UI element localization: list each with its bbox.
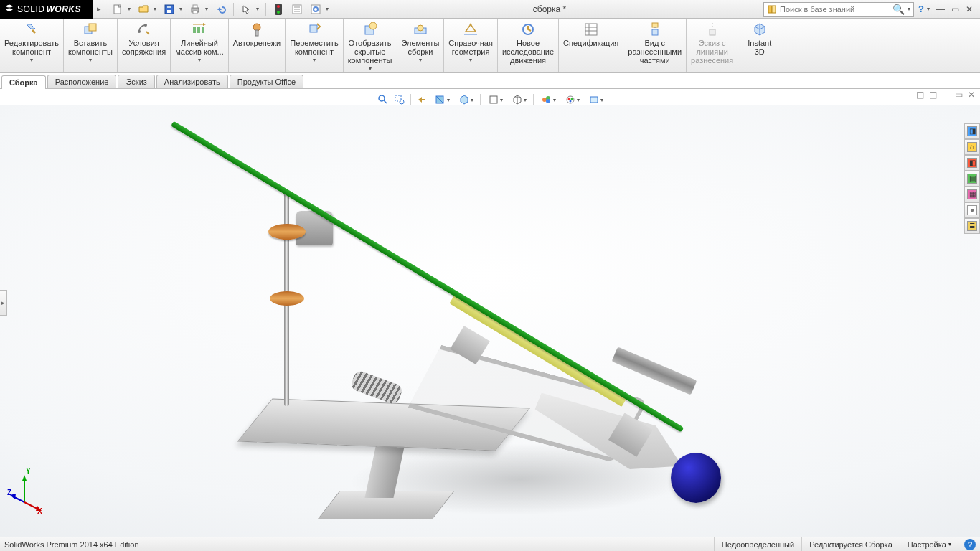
- svg-rect-25: [310, 25, 317, 32]
- triad-x-label: X: [37, 507, 42, 515]
- insert-components-label: Вставитькомпоненты: [68, 39, 113, 56]
- forum-icon[interactable]: ≣: [964, 218, 980, 234]
- custom-props-icon[interactable]: ▦: [964, 187, 980, 202]
- smart-fasteners-icon: [249, 21, 265, 38]
- undo-button[interactable]: [212, 1, 230, 17]
- insert-components-icon: [83, 21, 98, 38]
- doc-minimize-button[interactable]: ―: [940, 90, 951, 100]
- task-pane-tabs: ◨⌂◧▤▦●≣: [964, 123, 980, 234]
- doc-prev-icon[interactable]: ◫: [914, 90, 925, 100]
- ribbon-mate[interactable]: Условиясопряжения: [118, 19, 171, 72]
- mate-icon: [136, 21, 152, 38]
- assembly-features-icon: [413, 21, 428, 38]
- ribbon-exploded-view[interactable]: Вид сразнесеннымичастями: [623, 19, 687, 72]
- traffic-light-icon[interactable]: [270, 1, 287, 17]
- book-icon: [767, 4, 777, 14]
- new-document-button[interactable]: ▾: [109, 1, 133, 17]
- svg-rect-46: [490, 96, 497, 103]
- svg-point-8: [277, 5, 280, 8]
- linear-pattern-label: Линейныймассив ком...: [175, 39, 224, 56]
- svg-point-29: [418, 25, 423, 31]
- tab-layout[interactable]: Расположение: [47, 75, 117, 88]
- svg-rect-37: [652, 23, 658, 27]
- show-hidden-label: Отобразитьскрытыекомпоненты: [348, 39, 392, 65]
- select-button[interactable]: ▾: [237, 1, 262, 17]
- tab-office[interactable]: Продукты Office: [230, 75, 303, 88]
- status-mode: Редактируется Сборка: [801, 537, 900, 551]
- maximize-button[interactable]: ▭: [948, 4, 961, 14]
- ribbon-move-component[interactable]: Переместитькомпонент▾: [286, 19, 343, 72]
- graphics-viewport[interactable]: Y Z X: [0, 105, 980, 537]
- assembly-features-label: Элементысборки: [402, 39, 440, 56]
- ribbon-instant3d[interactable]: Instant3D: [738, 19, 781, 72]
- svg-rect-56: [590, 97, 598, 103]
- appearances-icon[interactable]: ◧: [964, 155, 980, 171]
- ribbon-motion-study[interactable]: Новоеисследованиедвижения: [498, 19, 559, 72]
- ref-geometry-label: Справочнаягеометрия: [448, 39, 493, 56]
- app-logo: SOLIDWORKS: [0, 0, 93, 19]
- separator: [533, 94, 534, 105]
- ribbon-insert-components[interactable]: Вставитькомпоненты▾: [64, 19, 118, 72]
- search-icon[interactable]: 🔍: [892, 4, 905, 15]
- knowledge-search[interactable]: 🔍▾: [763, 2, 914, 17]
- minimize-button[interactable]: ―: [934, 4, 947, 14]
- doc-next-icon[interactable]: ◫: [927, 90, 938, 100]
- render-tools-icon[interactable]: ●: [964, 202, 980, 218]
- svg-rect-14: [311, 5, 320, 14]
- tab-assembly[interactable]: Сборка: [1, 75, 46, 89]
- save-button[interactable]: ▾: [161, 1, 185, 17]
- status-custom[interactable]: Настройка ▾: [900, 537, 958, 551]
- svg-point-44: [400, 100, 404, 104]
- ribbon-explode-sketch: Эскиз слиниямиразнесения: [687, 19, 738, 72]
- ribbon-ref-geometry[interactable]: Справочнаягеометрия▾: [444, 19, 498, 72]
- brand-works: WORKS: [47, 4, 82, 14]
- rebuild-button[interactable]: ▾: [307, 1, 331, 17]
- decals-icon[interactable]: ▤: [964, 171, 980, 187]
- menu-bar: SOLIDWORKS ▸ ▾ ▾ ▾ ▾ ▾ ▾ сборка * 🔍▾ ?▾ …: [0, 0, 980, 19]
- main-menu-dropdown[interactable]: ▸: [93, 4, 105, 14]
- ribbon-edit-component[interactable]: Редактироватькомпонент▾: [0, 19, 64, 72]
- svg-point-41: [379, 95, 385, 101]
- print-button[interactable]: ▾: [187, 1, 211, 17]
- ribbon-smart-fasteners[interactable]: Автокрепежи: [229, 19, 286, 72]
- separator: [480, 94, 481, 105]
- brand-solid: SOLID: [17, 4, 45, 14]
- options-button[interactable]: [288, 1, 306, 17]
- svg-marker-58: [22, 475, 27, 481]
- ribbon-bom[interactable]: Спецификация: [559, 19, 623, 72]
- separator: [265, 3, 266, 16]
- ribbon-linear-pattern[interactable]: Линейныймассив ком...▾: [171, 19, 229, 72]
- instant3d-icon: [752, 21, 768, 38]
- svg-point-19: [144, 24, 147, 27]
- status-help-icon[interactable]: ?: [964, 539, 976, 550]
- svg-rect-20: [193, 27, 196, 33]
- svg-point-18: [138, 30, 141, 33]
- svg-point-51: [546, 99, 550, 103]
- close-button[interactable]: ✕: [963, 4, 976, 14]
- panel-toggle[interactable]: ◨: [964, 123, 980, 139]
- open-document-button[interactable]: ▾: [135, 1, 159, 17]
- svg-point-53: [567, 98, 570, 100]
- search-input[interactable]: [780, 5, 890, 14]
- feature-manager-flyout[interactable]: ▸: [0, 290, 7, 316]
- smart-fasteners-label: Автокрепежи: [233, 39, 281, 47]
- tab-sketch[interactable]: Эскиз: [118, 75, 154, 88]
- tab-evaluate[interactable]: Анализировать: [156, 75, 228, 88]
- chevron-down-icon: ▾: [419, 57, 422, 63]
- orientation-triad[interactable]: Y Z X: [10, 468, 53, 511]
- ribbon-assembly-features[interactable]: Элементысборки▾: [397, 19, 445, 72]
- mate-label: Условиясопряжения: [122, 39, 166, 56]
- home-icon[interactable]: ⌂: [964, 139, 980, 155]
- separator: [233, 3, 234, 16]
- ribbon-show-hidden[interactable]: Отобразитьскрытыекомпоненты▾: [344, 19, 397, 72]
- help-button[interactable]: ?: [918, 4, 924, 14]
- doc-close-button[interactable]: ✕: [966, 90, 977, 100]
- chevron-down-icon: ▾: [198, 57, 201, 63]
- edit-component-label: Редактироватькомпонент: [4, 39, 59, 56]
- svg-point-9: [277, 11, 280, 14]
- handle-ball: [671, 453, 721, 503]
- window-controls: ― ▭ ✕: [934, 4, 980, 14]
- ds-logo-icon: [4, 4, 14, 14]
- doc-maximize-button[interactable]: ▭: [953, 90, 964, 100]
- svg-rect-6: [193, 11, 197, 14]
